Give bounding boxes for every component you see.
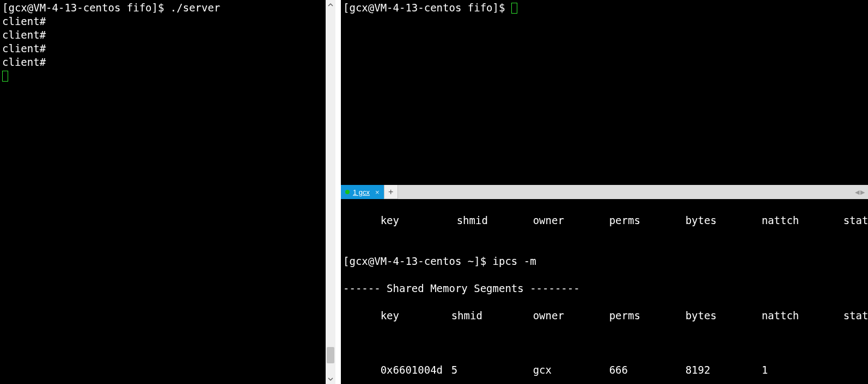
chevron-left-icon[interactable]: ◀ <box>855 185 859 199</box>
prompt-line: [gcx@VM-4-13-centos fifo]$ <box>343 1 866 15</box>
terminal-pane-right-bottom-container: 1 gcx × + ◀ ▶ keyshmidownerpermsbytesnat… <box>341 185 868 384</box>
shell-prompt: [gcx@VM-4-13-centos fifo]$ <box>343 2 511 14</box>
shell-prompt: [gcx@VM-4-13-centos fifo]$ <box>2 2 170 14</box>
chevron-down-icon <box>328 376 333 382</box>
cell-perms: 666 <box>609 363 686 377</box>
command-text: ./server <box>170 2 221 14</box>
command-text: ipcs -m <box>493 255 536 267</box>
output-line: client# <box>2 15 323 28</box>
pane-divider-vertical[interactable] <box>335 0 341 384</box>
cursor-icon <box>2 71 8 82</box>
scrollbar-vertical[interactable] <box>326 0 335 384</box>
table-header-row: keyshmidownerpermsbytesnattchstatus <box>343 295 866 336</box>
col-header: status <box>843 309 868 323</box>
col-header: bytes <box>686 309 762 323</box>
col-header: owner <box>533 309 609 323</box>
terminal-pane-left[interactable]: [gcx@VM-4-13-centos fifo]$ ./server clie… <box>0 0 326 384</box>
prompt-line: [gcx@VM-4-13-centos ~]$ ipcs -m <box>343 255 866 268</box>
terminal-pane-right-top[interactable]: [gcx@VM-4-13-centos fifo]$ <box>341 0 868 185</box>
cell-shmid: 5 <box>451 363 533 377</box>
tab-add-button[interactable]: + <box>384 185 398 199</box>
col-header: bytes <box>686 214 762 227</box>
col-header: perms <box>609 309 686 323</box>
output-line: client# <box>2 55 323 69</box>
scroll-thumb[interactable] <box>327 347 334 363</box>
blank-line <box>343 268 866 282</box>
prompt-line: [gcx@VM-4-13-centos fifo]$ ./server <box>2 1 323 15</box>
scroll-track[interactable] <box>326 10 335 374</box>
output-line: client# <box>2 28 323 42</box>
section-title: ------ Shared Memory Segments -------- <box>343 282 866 295</box>
blank-line <box>343 336 866 350</box>
col-header: shmid <box>451 309 533 323</box>
cursor-line <box>2 69 323 83</box>
close-icon[interactable]: × <box>375 185 380 199</box>
output-line: client# <box>2 42 323 55</box>
chevron-up-icon <box>328 2 333 8</box>
col-header: status <box>843 214 868 227</box>
terminal-pane-right-bottom[interactable]: keyshmidownerpermsbytesnattchstatus [gcx… <box>341 199 868 384</box>
shell-prompt: [gcx@VM-4-13-centos ~]$ <box>343 255 493 267</box>
cell-key: 0x6601004d <box>381 363 451 377</box>
tab-scroll-arrows: ◀ ▶ <box>855 185 865 199</box>
col-header: key <box>381 309 451 323</box>
tab-bar: 1 gcx × + ◀ ▶ <box>341 185 868 199</box>
chevron-right-icon[interactable]: ▶ <box>860 185 865 199</box>
col-header: shmid <box>457 214 533 227</box>
cell-bytes: 8192 <box>686 363 762 377</box>
scroll-up-button[interactable] <box>326 0 335 10</box>
plus-icon: + <box>388 185 393 199</box>
blank-line <box>343 241 866 255</box>
col-header: nattch <box>762 309 843 323</box>
cursor-icon <box>511 3 517 14</box>
col-header: perms <box>609 214 686 227</box>
table-row: 0x6601004d5gcx66681921 <box>343 350 866 384</box>
scroll-down-button[interactable] <box>326 374 335 384</box>
cell-owner: gcx <box>533 363 609 377</box>
col-header: owner <box>533 214 609 227</box>
col-header: nattch <box>762 214 843 227</box>
col-header: key <box>381 214 457 227</box>
tab-session-1[interactable]: 1 gcx × <box>341 185 384 199</box>
status-dot-icon <box>345 190 350 194</box>
tab-label: 1 gcx <box>353 185 370 199</box>
cell-nattch: 1 <box>762 363 843 377</box>
table-header-row: keyshmidownerpermsbytesnattchstatus <box>343 200 866 241</box>
